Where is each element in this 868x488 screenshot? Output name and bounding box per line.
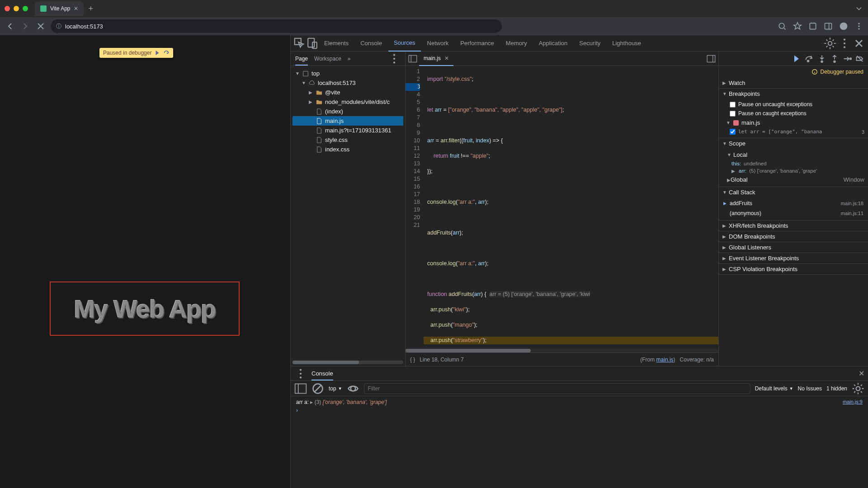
back-button[interactable] [5, 21, 15, 32]
new-tab-button[interactable]: + [88, 4, 93, 14]
csp-breakpoints-header[interactable]: ▶CSP Violation Breakpoints [719, 264, 868, 274]
scope-arr[interactable]: ▶arr:(5) ['orange', 'banana', 'grape' [719, 167, 868, 174]
breakpoints-header[interactable]: ▼Breakpoints [719, 89, 868, 99]
tree-main[interactable]: main.js [292, 116, 403, 126]
browser-tab[interactable]: Vite App ✕ [35, 1, 84, 16]
window-minimize[interactable] [14, 6, 19, 11]
watch-header[interactable]: ▶Watch [719, 78, 868, 88]
console-output[interactable]: arr a: ▸ (3) ['orange', 'banana', 'grape… [291, 396, 868, 488]
step-out-button[interactable] [830, 54, 839, 63]
tree-vite[interactable]: ▶@vite [292, 88, 403, 97]
resume-icon[interactable] [154, 50, 160, 56]
line-gutter[interactable]: 123456789101112131415161718192021 [406, 66, 424, 349]
context-selector[interactable]: top ▼ [329, 385, 342, 392]
bookmark-icon[interactable] [793, 22, 802, 31]
scope-header[interactable]: ▼Scope [719, 138, 868, 149]
panel-icon[interactable] [824, 22, 833, 31]
code-content[interactable]: import "/style.css"; let arr = ["orange"… [424, 66, 718, 349]
pause-uncaught-checkbox[interactable]: Pause on uncaught exceptions [719, 100, 868, 109]
nav-tab-page[interactable]: Page [295, 56, 308, 66]
site-info-icon[interactable]: ⓘ [56, 23, 61, 30]
issues-label[interactable]: No Issues [798, 385, 822, 392]
close-icon[interactable]: ✕ [444, 55, 449, 61]
toggle-debugger-icon[interactable] [707, 54, 716, 63]
callstack-frame-0[interactable]: addFruitsmain.js:18 [719, 198, 868, 208]
close-icon[interactable]: ✕ [859, 369, 864, 378]
panel-elements[interactable]: Elements [319, 35, 354, 52]
chevron-down-icon[interactable] [854, 4, 863, 13]
editor-scrollbar[interactable] [406, 349, 718, 352]
step-over-button[interactable] [805, 54, 814, 63]
console-log-line[interactable]: arr a: ▸ (3) ['orange', 'banana', 'grape… [291, 398, 868, 406]
scope-global[interactable]: ▶GlobalWindow [719, 174, 868, 185]
log-levels-selector[interactable]: Default levels ▼ [755, 385, 793, 392]
console-tab[interactable]: Console [311, 370, 333, 380]
hidden-label[interactable]: 1 hidden [826, 385, 847, 392]
global-listeners-header[interactable]: ▶Global Listeners [719, 242, 868, 253]
close-icon[interactable]: ✕ [74, 5, 78, 12]
inspect-icon[interactable] [293, 37, 306, 50]
console-filter-input[interactable] [364, 383, 750, 394]
event-breakpoints-header[interactable]: ▶Event Listener Breakpoints [719, 253, 868, 263]
toggle-navigator-icon[interactable] [408, 54, 417, 63]
deactivate-breakpoints-button[interactable] [855, 54, 864, 63]
callstack-header[interactable]: ▼Call Stack [719, 187, 868, 197]
tree-node-modules[interactable]: ▶node_modules/vite/dist/c [292, 97, 403, 107]
tree-top[interactable]: ▼top [292, 69, 403, 78]
live-expression-icon[interactable] [347, 382, 359, 395]
console-sidebar-icon[interactable] [294, 382, 307, 395]
profile-icon[interactable] [839, 22, 848, 31]
breakpoint-entry[interactable]: let arr = ["orange", "banana3 [719, 127, 868, 136]
pause-caught-checkbox[interactable]: Pause on caught exceptions [719, 109, 868, 118]
tree-style[interactable]: style.css [292, 135, 403, 145]
panel-sources[interactable]: Sources [388, 35, 421, 52]
window-close[interactable] [5, 6, 10, 11]
device-icon[interactable] [306, 37, 319, 50]
console-menu-icon[interactable] [294, 367, 307, 380]
nav-tab-more[interactable]: » [348, 56, 351, 62]
nav-tab-workspace[interactable]: Workspace [314, 56, 341, 62]
clear-console-icon[interactable] [311, 382, 324, 395]
breakpoint-file[interactable]: ▼main.js [719, 118, 868, 127]
extensions-icon[interactable] [808, 22, 817, 31]
scope-local[interactable]: ▼Local [719, 150, 868, 160]
more-icon[interactable] [838, 37, 851, 50]
reload-button[interactable] [35, 21, 46, 32]
step-into-button[interactable] [817, 54, 826, 63]
source-link[interactable]: main.js [656, 357, 674, 363]
step-icon[interactable] [163, 50, 170, 56]
tree-host[interactable]: ▼localhost:5173 [292, 78, 403, 88]
coverage-label: Coverage: n/a [680, 357, 714, 363]
url-bar[interactable]: ⓘ localhost:5173 [51, 19, 502, 33]
console-source-link[interactable]: main.js:9 [843, 399, 863, 405]
panel-application[interactable]: Application [533, 35, 573, 52]
step-button[interactable] [843, 54, 852, 63]
panel-memory[interactable]: Memory [500, 35, 533, 52]
menu-icon[interactable] [854, 22, 863, 31]
nav-scrollbar[interactable] [292, 361, 403, 364]
console-prompt[interactable]: › [291, 406, 868, 414]
settings-icon[interactable] [824, 37, 836, 50]
panel-console[interactable]: Console [355, 35, 387, 52]
tree-main-query[interactable]: main.js?t=171093131361 [292, 126, 403, 135]
xhr-breakpoints-header[interactable]: ▶XHR/fetch Breakpoints [719, 221, 868, 231]
nav-menu-icon[interactable] [388, 52, 401, 65]
editor-tab-main[interactable]: main.js ✕ [419, 52, 453, 66]
pretty-print-icon[interactable]: { } [410, 357, 415, 363]
code-editor[interactable]: 123456789101112131415161718192021 import… [406, 66, 718, 349]
forward-button[interactable] [20, 21, 31, 32]
scope-this[interactable]: this:undefined [719, 160, 868, 167]
panel-lighthouse[interactable]: Lighthouse [607, 35, 646, 52]
callstack-frame-1[interactable]: (anonymous)main.js:11 [719, 208, 868, 218]
zoom-icon[interactable] [778, 22, 787, 31]
resume-button[interactable] [792, 54, 801, 63]
panel-network[interactable]: Network [422, 35, 454, 52]
panel-performance[interactable]: Performance [455, 35, 499, 52]
tree-index-css[interactable]: index.css [292, 145, 403, 154]
window-maximize[interactable] [23, 6, 28, 11]
close-devtools-icon[interactable] [853, 37, 865, 50]
dom-breakpoints-header[interactable]: ▶DOM Breakpoints [719, 231, 868, 242]
panel-security[interactable]: Security [574, 35, 606, 52]
console-settings-icon[interactable] [852, 382, 864, 395]
tree-index[interactable]: (index) [292, 107, 403, 116]
